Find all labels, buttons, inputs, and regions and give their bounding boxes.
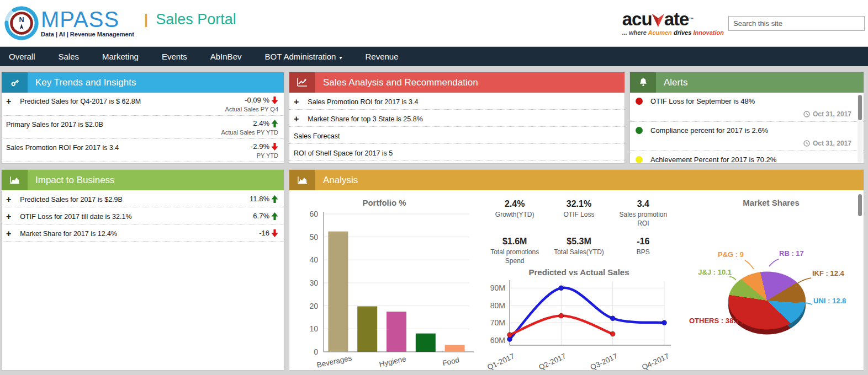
dropdown-caret-icon: ▾ xyxy=(339,55,342,61)
acuvate-v-icon xyxy=(652,13,665,28)
clock-icon xyxy=(803,111,810,117)
nav-item-marketing[interactable]: Marketing xyxy=(91,52,150,61)
trend-arrow-icon xyxy=(271,229,278,237)
brand-separator: | xyxy=(144,11,148,28)
acuvate-text-ate: ate xyxy=(664,11,689,28)
alert-timestamp: Oct 31, 2017 xyxy=(636,140,851,147)
nav-item-overall[interactable]: Overall xyxy=(9,52,47,61)
svg-text:60: 60 xyxy=(309,210,318,218)
portal-title: Sales Portal xyxy=(156,11,236,28)
key-trends-header: Key Trends and Insights xyxy=(2,72,284,93)
pie-label: OTHERS : 38.7 xyxy=(689,317,739,325)
brand-name: MPASS xyxy=(41,9,134,30)
impact-row: + Predicted Sales for 2017 is $2.9B 11.8… xyxy=(2,190,284,207)
kpi-stat: -16BPS xyxy=(611,237,675,265)
expand-plus-icon[interactable]: + xyxy=(294,115,299,123)
svg-text:Food: Food xyxy=(442,356,460,367)
kpi-stat: 32.1%OTIF Loss xyxy=(547,199,611,228)
alert-row: Compliance percent for 2017 is 2.6% Oct … xyxy=(630,122,864,151)
trend-arrow-icon xyxy=(271,97,278,104)
line-chart-icon xyxy=(289,72,315,93)
expand-plus-icon[interactable]: + xyxy=(6,230,11,238)
panel-title: Impact to Business xyxy=(35,175,115,186)
kpi-stat: $5.3MTotal Sales(YTD) xyxy=(547,237,611,265)
predicted-vs-actual-line-chart[interactable]: Predicted vs Actual Sales 60M70M80M90MQ1… xyxy=(479,267,679,371)
bell-icon xyxy=(630,72,656,93)
status-dot xyxy=(636,127,643,134)
pie-label: RB : 17 xyxy=(779,249,804,258)
expand-plus-icon[interactable]: + xyxy=(294,98,299,106)
svg-text:90M: 90M xyxy=(490,284,505,293)
analysis-row: Sales Forecast xyxy=(289,127,624,144)
alert-timestamp: Oct 31, 2017 xyxy=(636,110,851,118)
svg-text:Q1-2017: Q1-2017 xyxy=(486,352,516,371)
svg-text:Q3-2017: Q3-2017 xyxy=(589,352,619,371)
acuvate-logo: acuate™ ... where Acumen drives Innovati… xyxy=(622,11,724,36)
pie-leader-lines xyxy=(679,210,864,364)
impact-panel: Impact to Business + Predicted Sales for… xyxy=(1,169,284,371)
impact-row: + OTIF Loss for 2017 till date is 32.1% … xyxy=(2,207,284,224)
compass-logo-icon: N xyxy=(4,6,39,40)
analysis-panel: Analysis Portfolio % 0102030405060Bevera… xyxy=(289,169,864,371)
market-shares-pie-chart[interactable]: Market Shares RB : 17IKF : 12.4UNI : 12.… xyxy=(679,190,864,371)
svg-text:N: N xyxy=(19,16,24,24)
area-chart-icon xyxy=(2,170,28,190)
impact-row: + Market Share for 2017 is 12.4% -16 xyxy=(2,224,284,242)
analysis-row: + Sales Promotion ROI for 2017 is 3.4 xyxy=(289,93,624,110)
alerts-panel: Alerts OTIF Loss for September is 48% Oc… xyxy=(629,72,864,164)
nav-item-abinbev[interactable]: AbInBev xyxy=(199,52,253,61)
key-trends-row: Sales Promotion ROI For 2017 is 3.4 -2.9… xyxy=(2,139,284,162)
svg-text:0: 0 xyxy=(314,347,318,356)
trend-arrow-icon xyxy=(271,195,278,203)
clock-icon xyxy=(803,140,810,147)
acuvate-tagline: ... where Acumen drives Innovation xyxy=(622,29,724,36)
alert-row: OTIF Loss for September is 48% Oct 31, 2… xyxy=(630,93,864,122)
sales-portal-page: N MPASS Data | AI | Revenue Management |… xyxy=(0,0,868,375)
scrollbar-thumb[interactable] xyxy=(858,95,862,120)
top-header: N MPASS Data | AI | Revenue Management |… xyxy=(0,0,868,47)
analysis-header: Analysis xyxy=(289,170,864,190)
panel-title: Analysis xyxy=(323,175,358,186)
nav-item-sales[interactable]: Sales xyxy=(47,52,91,61)
svg-text:Beverages: Beverages xyxy=(316,354,352,369)
sales-analysis-panel: Sales Analysis and Recommendation + Sale… xyxy=(289,72,625,164)
area-chart-icon xyxy=(289,170,315,190)
svg-text:Hygiene: Hygiene xyxy=(378,355,407,368)
trademark-symbol: ™ xyxy=(689,11,693,28)
kpi-stat: 2.4%Growth(YTD) xyxy=(483,199,547,228)
nav-item-events[interactable]: Events xyxy=(150,52,199,61)
nav-item-revenue[interactable]: Revenue xyxy=(353,52,410,61)
key-trends-panel: Key Trends and Insights + Predicted Sale… xyxy=(1,72,284,164)
svg-text:70M: 70M xyxy=(490,319,505,328)
alert-row: Achievement Percent for 2017 is 70.2% xyxy=(630,151,864,164)
compass-brand: N MPASS Data | AI | Revenue Management |… xyxy=(4,6,236,40)
search-input[interactable] xyxy=(728,16,865,31)
expand-plus-icon[interactable]: + xyxy=(6,98,11,105)
nav-item-bot-administration[interactable]: BOT Administration▾ xyxy=(253,52,353,61)
svg-text:Q4-2017: Q4-2017 xyxy=(641,352,670,371)
kpi-stat: $1.6MTotal promotions Spend xyxy=(483,237,547,265)
alerts-header: Alerts xyxy=(630,72,864,93)
analysis-row: ROI of Shelf Space for 2017 is 5 xyxy=(289,144,624,161)
svg-text:30: 30 xyxy=(309,278,318,287)
expand-plus-icon[interactable]: + xyxy=(6,196,11,203)
alerts-scrollbar[interactable] xyxy=(858,94,862,163)
main-navbar: Overall Sales Marketing Events AbInBev B… xyxy=(0,47,868,66)
trend-arrow-icon xyxy=(271,120,278,127)
pie-label: J&J : 10.1 xyxy=(698,268,732,276)
portfolio-bar-chart[interactable]: Portfolio % 0102030405060BeveragesHygien… xyxy=(289,190,479,371)
acuvate-text-acu: acu xyxy=(622,11,652,28)
status-dot xyxy=(636,98,643,105)
pie-label: P&G : 9 xyxy=(718,250,744,259)
key-icon xyxy=(2,72,28,93)
scrollbar-thumb[interactable] xyxy=(858,194,862,216)
analysis-scrollbar[interactable] xyxy=(858,192,862,369)
sales-analysis-header: Sales Analysis and Recommendation xyxy=(289,72,624,93)
panel-title: Sales Analysis and Recommendation xyxy=(323,77,478,88)
svg-text:40: 40 xyxy=(309,255,318,264)
panel-title: Alerts xyxy=(664,77,687,88)
svg-text:Q2-2017: Q2-2017 xyxy=(537,352,567,371)
analysis-row: + Market Share for top 3 State is 25.8% xyxy=(289,110,624,127)
expand-plus-icon[interactable]: + xyxy=(6,213,11,221)
key-trends-row: + Predicted Sales for Q4-2017 is $ 62.8M… xyxy=(2,93,284,116)
